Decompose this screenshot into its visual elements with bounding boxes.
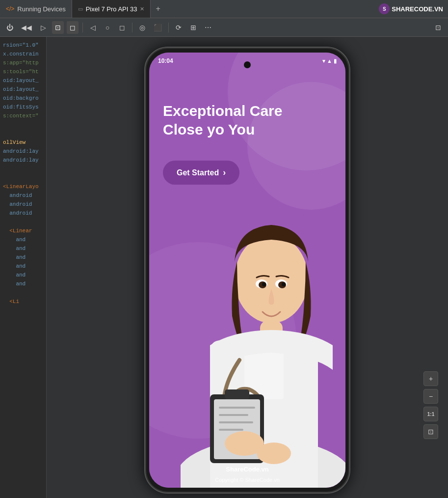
- screen-content: 10:04 ▾ ▲ ▮ Exceptional Care Close yo Yo…: [149, 53, 345, 488]
- toolbar-separator-2: [132, 23, 132, 32]
- heading-line2: Close yo You: [163, 120, 332, 139]
- code-line-20: android: [0, 209, 46, 218]
- svg-rect-9: [219, 414, 248, 416]
- toolbar-recents-btn[interactable]: ◻: [116, 21, 128, 34]
- code-line-5: oid:layout_: [0, 76, 46, 85]
- tab-add-button[interactable]: +: [151, 0, 165, 18]
- logo-area: S SHARECODE.VN: [379, 3, 443, 14]
- toolbar-volume-down-btn[interactable]: ◀◀: [19, 21, 34, 34]
- code-line-12: ollView: [0, 138, 46, 147]
- code-line-28: and: [0, 279, 46, 288]
- phone-screen: 10:04 ▾ ▲ ▮ Exceptional Care Close yo Yo…: [149, 53, 345, 488]
- code-line-6: oid:layout_: [0, 85, 46, 94]
- doctor-image: [181, 203, 345, 488]
- zoom-in-button[interactable]: +: [423, 371, 438, 386]
- toolbar-screenshot-btn[interactable]: ◎: [136, 21, 148, 34]
- toolbar-layout-btn[interactable]: ⊞: [187, 21, 199, 34]
- code-line-8: oid:fitsSys: [0, 103, 46, 111]
- code-line-2: x.constrain: [0, 50, 46, 58]
- code-line-21: [0, 218, 46, 226]
- code-line-4: s:tools="ht: [0, 67, 46, 76]
- code-line-13: android:lay: [0, 147, 46, 156]
- code-line-17: <LinearLayo: [0, 182, 46, 191]
- copyright-text: Copyright © ShareCode.vn: [215, 477, 280, 483]
- toolbar-fold-btn[interactable]: ◻: [67, 21, 79, 34]
- aspect-ratio-button[interactable]: 1:1: [423, 407, 438, 421]
- svg-rect-11: [219, 429, 243, 431]
- screen-heading: Exceptional Care Close yo You: [163, 102, 332, 138]
- svg-point-20: [282, 282, 286, 286]
- code-line-11: [0, 129, 46, 138]
- code-line-15: [0, 165, 46, 173]
- toolbar-separator-1: [82, 23, 83, 32]
- toolbar-more-btn[interactable]: ⋯: [202, 21, 214, 34]
- toolbar-camera-btn[interactable]: ⬛: [151, 21, 164, 34]
- tab-running-devices[interactable]: </> Running Devices: [0, 0, 72, 18]
- toolbar-rotate-btn[interactable]: ⊡: [52, 21, 64, 34]
- code-line-27: and: [0, 271, 46, 279]
- tab-pixel-device[interactable]: ▭ Pixel 7 Pro API 33 ✕: [72, 0, 151, 18]
- code-line-14: android:lay: [0, 156, 46, 165]
- toolbar-separator-3: [168, 23, 169, 32]
- phone-icon: ▭: [78, 6, 83, 12]
- tab-bar: </> Running Devices ▭ Pixel 7 Pro API 33…: [0, 0, 448, 18]
- doctor-svg: [181, 203, 345, 488]
- emulator-area: 10:04 ▾ ▲ ▮ Exceptional Care Close yo Yo…: [47, 37, 448, 498]
- svg-rect-8: [219, 407, 255, 409]
- code-line-1: rsion="1.0": [0, 41, 46, 50]
- logo-text: SHARECODE.VN: [392, 5, 443, 13]
- right-controls: + − 1:1 ⊡: [423, 371, 438, 439]
- code-line-16: [0, 173, 46, 182]
- toolbar-volume-up-btn[interactable]: ▷: [37, 21, 49, 34]
- get-started-button[interactable]: Get Started ›: [163, 161, 239, 185]
- code-editor-panel: rsion="1.0" x.constrain s:app="http s:to…: [0, 37, 47, 498]
- fullscreen-button[interactable]: ⊡: [423, 424, 438, 439]
- tab-pixel-label: Pixel 7 Pro API 33: [86, 5, 137, 13]
- svg-rect-6: [225, 389, 249, 399]
- logo-icon: S: [379, 3, 390, 14]
- svg-point-14: [235, 235, 308, 323]
- code-line-19: android: [0, 200, 46, 209]
- code-line-30: <Li: [0, 297, 46, 306]
- svg-point-19: [262, 282, 266, 286]
- phone-power-button: [349, 146, 350, 175]
- code-line-24: and: [0, 244, 46, 253]
- svg-rect-10: [219, 421, 253, 423]
- toolbar: ⏻ ◀◀ ▷ ⊡ ◻ ◁ ○ ◻ ◎ ⬛ ⟳ ⊞ ⋯ ⊡: [0, 18, 448, 37]
- camera-notch: [244, 61, 251, 68]
- get-started-label: Get Started: [177, 168, 219, 177]
- phone-volume-button: [349, 185, 350, 215]
- toolbar-home-btn[interactable]: ○: [102, 21, 113, 34]
- code-line-9: s:context=": [0, 111, 46, 120]
- toolbar-power-btn[interactable]: ⏻: [4, 21, 16, 34]
- arrow-icon: ›: [223, 167, 226, 178]
- svg-point-13: [257, 443, 291, 464]
- toolbar-undo-btn[interactable]: ⟳: [173, 21, 184, 34]
- main-area: rsion="1.0" x.constrain s:app="http s:to…: [0, 37, 448, 498]
- heading-line1: Exceptional Care: [163, 102, 332, 120]
- toolbar-settings-btn[interactable]: ⊡: [432, 21, 444, 34]
- watermark-text: ShareCode.vn: [226, 466, 268, 473]
- code-line-23: and: [0, 235, 46, 244]
- code-line-18: android: [0, 191, 46, 200]
- code-line-7: oid:backgro: [0, 94, 46, 103]
- code-line-26: and: [0, 262, 46, 271]
- code-line-3: s:app="http: [0, 58, 46, 67]
- toolbar-back-btn[interactable]: ◁: [87, 21, 99, 34]
- code-line-25: and: [0, 253, 46, 262]
- code-line-22: <Linear: [0, 226, 46, 235]
- zoom-out-button[interactable]: −: [423, 389, 438, 404]
- tab-close-icon[interactable]: ✕: [140, 6, 144, 12]
- status-time: 10:04: [158, 57, 173, 64]
- code-line-29: [0, 288, 46, 297]
- phone-frame: 10:04 ▾ ▲ ▮ Exceptional Care Close yo Yo…: [144, 47, 350, 494]
- toolbar-right: ⊡: [432, 21, 444, 34]
- code-line-10: [0, 120, 46, 129]
- tab-running-devices-label: Running Devices: [17, 5, 65, 13]
- android-icon: </>: [6, 5, 14, 12]
